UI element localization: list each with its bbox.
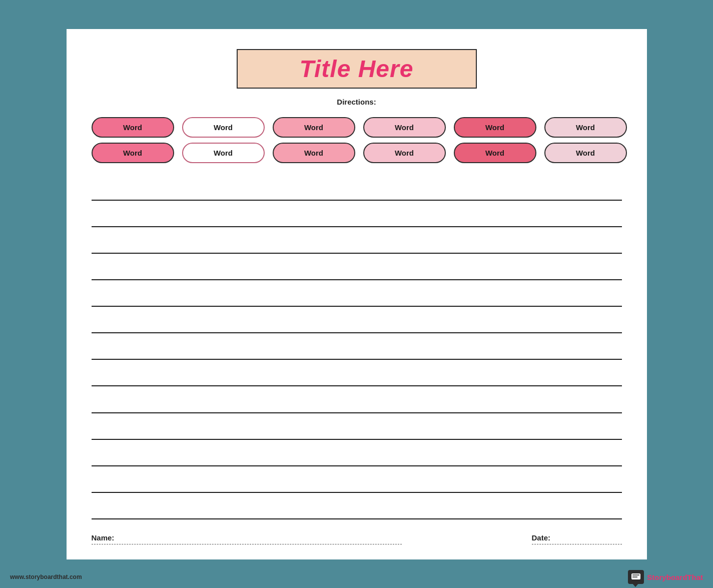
writing-line-12 <box>92 474 622 493</box>
worksheet-page: Title Here Directions: Word Word Word Wo… <box>67 29 647 559</box>
name-date-row: Name: Date: <box>92 533 622 544</box>
writing-line-10 <box>92 421 622 440</box>
writing-line-7 <box>92 341 622 360</box>
writing-line-1 <box>92 182 622 201</box>
svg-rect-1 <box>632 574 639 575</box>
bottom-bar: www.storyboardthat.com StoryboardThat <box>0 566 713 588</box>
title-container: Title Here <box>92 49 622 89</box>
name-group: Name: <box>92 533 402 544</box>
date-group: Date: <box>532 533 622 544</box>
word-pill-1-2[interactable]: Word <box>182 117 265 138</box>
word-pill-2-4[interactable]: Word <box>363 143 446 163</box>
page-title: Title Here <box>300 56 414 82</box>
sbt-logo: StoryboardThat <box>628 570 703 584</box>
sbt-label-text: StoryboardThat <box>647 573 703 581</box>
writing-line-2 <box>92 208 622 227</box>
writing-lines-section <box>92 178 622 523</box>
words-section: Word Word Word Word Word Word Word W <box>92 117 622 163</box>
word-pill-1-3[interactable]: Word <box>273 117 355 138</box>
sbt-svg-icon <box>631 573 641 581</box>
word-pill-1-5[interactable]: Word <box>454 117 536 138</box>
word-pill-1-6[interactable]: Word <box>544 117 627 138</box>
word-pill-2-6[interactable]: Word <box>544 143 627 163</box>
writing-line-4 <box>92 261 622 280</box>
word-pill-2-2[interactable]: Word <box>182 143 265 163</box>
writing-line-5 <box>92 288 622 307</box>
footer-section: Name: Date: <box>92 533 622 544</box>
writing-line-9 <box>92 394 622 413</box>
writing-line-13 <box>92 500 622 519</box>
date-label: Date: <box>532 533 551 542</box>
title-box: Title Here <box>237 49 477 89</box>
writing-line-11 <box>92 447 622 466</box>
name-label: Name: <box>92 533 115 542</box>
word-pill-1-4[interactable]: Word <box>363 117 446 138</box>
directions-label: Directions: <box>92 98 622 106</box>
name-line <box>92 544 402 544</box>
word-pill-2-3[interactable]: Word <box>273 143 355 163</box>
word-pill-2-1[interactable]: Word <box>92 143 174 163</box>
words-row-1: Word Word Word Word Word Word <box>92 117 622 138</box>
word-pill-1-1[interactable]: Word <box>92 117 174 138</box>
sbt-icon <box>628 570 644 584</box>
writing-line-3 <box>92 235 622 254</box>
words-row-2: Word Word Word Word Word Word <box>92 143 622 163</box>
writing-line-6 <box>92 314 622 333</box>
website-label: www.storyboardthat.com <box>10 573 82 580</box>
word-pill-2-5[interactable]: Word <box>454 143 536 163</box>
date-line <box>532 544 622 544</box>
svg-rect-2 <box>632 576 637 577</box>
writing-line-8 <box>92 367 622 386</box>
